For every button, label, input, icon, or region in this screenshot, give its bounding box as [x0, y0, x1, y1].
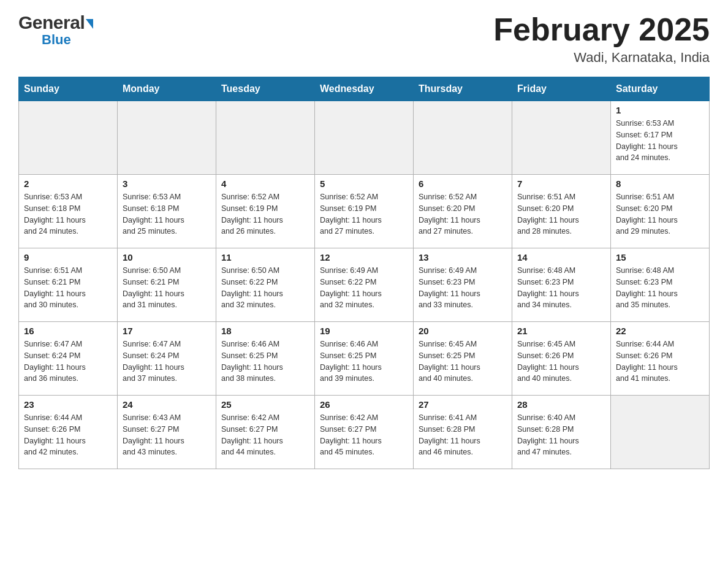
day-info: Sunrise: 6:51 AM Sunset: 6:20 PM Dayligh… — [517, 191, 605, 237]
weekday-header-sunday: Sunday — [19, 77, 118, 101]
day-info: Sunrise: 6:46 AM Sunset: 6:25 PM Dayligh… — [320, 339, 408, 385]
day-info: Sunrise: 6:50 AM Sunset: 6:21 PM Dayligh… — [123, 265, 211, 311]
calendar-cell: 9Sunrise: 6:51 AM Sunset: 6:21 PM Daylig… — [19, 248, 118, 322]
calendar-cell: 11Sunrise: 6:50 AM Sunset: 6:22 PM Dayli… — [216, 248, 315, 322]
calendar-cell — [414, 101, 512, 175]
calendar-cell: 21Sunrise: 6:45 AM Sunset: 6:26 PM Dayli… — [512, 322, 611, 396]
calendar-cell: 22Sunrise: 6:44 AM Sunset: 6:26 PM Dayli… — [611, 322, 710, 396]
calendar-cell: 20Sunrise: 6:45 AM Sunset: 6:25 PM Dayli… — [414, 322, 512, 396]
calendar-cell: 5Sunrise: 6:52 AM Sunset: 6:19 PM Daylig… — [315, 175, 414, 248]
day-number: 22 — [616, 326, 704, 336]
title-block: February 2025 Wadi, Karnataka, India — [493, 12, 710, 66]
day-info: Sunrise: 6:53 AM Sunset: 6:18 PM Dayligh… — [24, 191, 112, 237]
weekday-header-friday: Friday — [512, 77, 611, 101]
day-info: Sunrise: 6:44 AM Sunset: 6:26 PM Dayligh… — [616, 339, 704, 385]
weekday-header-wednesday: Wednesday — [315, 77, 414, 101]
calendar-week-row: 1Sunrise: 6:53 AM Sunset: 6:17 PM Daylig… — [19, 101, 710, 175]
day-info: Sunrise: 6:45 AM Sunset: 6:26 PM Dayligh… — [517, 339, 605, 385]
calendar-week-row: 23Sunrise: 6:44 AM Sunset: 6:26 PM Dayli… — [19, 396, 710, 469]
day-number: 28 — [517, 399, 605, 410]
calendar-cell: 24Sunrise: 6:43 AM Sunset: 6:27 PM Dayli… — [118, 396, 216, 469]
day-info: Sunrise: 6:44 AM Sunset: 6:26 PM Dayligh… — [24, 412, 112, 458]
calendar-cell — [216, 101, 315, 175]
calendar-cell: 14Sunrise: 6:48 AM Sunset: 6:23 PM Dayli… — [512, 248, 611, 322]
logo: General Blue — [18, 12, 93, 48]
calendar-cell — [512, 101, 611, 175]
day-number: 1 — [616, 105, 704, 115]
day-info: Sunrise: 6:41 AM Sunset: 6:28 PM Dayligh… — [419, 412, 507, 458]
day-number: 18 — [221, 326, 309, 336]
day-info: Sunrise: 6:43 AM Sunset: 6:27 PM Dayligh… — [123, 412, 211, 458]
day-info: Sunrise: 6:53 AM Sunset: 6:18 PM Dayligh… — [123, 191, 211, 237]
day-number: 6 — [419, 178, 507, 189]
calendar-cell: 25Sunrise: 6:42 AM Sunset: 6:27 PM Dayli… — [216, 396, 315, 469]
day-info: Sunrise: 6:47 AM Sunset: 6:24 PM Dayligh… — [123, 339, 211, 385]
calendar-cell: 19Sunrise: 6:46 AM Sunset: 6:25 PM Dayli… — [315, 322, 414, 396]
weekday-header-saturday: Saturday — [611, 77, 710, 101]
calendar-cell: 1Sunrise: 6:53 AM Sunset: 6:17 PM Daylig… — [611, 101, 710, 175]
month-title: February 2025 — [493, 12, 710, 47]
day-number: 15 — [616, 252, 704, 262]
calendar-cell: 18Sunrise: 6:46 AM Sunset: 6:25 PM Dayli… — [216, 322, 315, 396]
day-number: 21 — [517, 326, 605, 336]
weekday-header-tuesday: Tuesday — [216, 77, 315, 101]
day-number: 9 — [24, 252, 112, 262]
calendar-cell: 8Sunrise: 6:51 AM Sunset: 6:20 PM Daylig… — [611, 175, 710, 248]
day-info: Sunrise: 6:49 AM Sunset: 6:22 PM Dayligh… — [320, 265, 408, 311]
day-number: 5 — [320, 178, 408, 189]
calendar-cell: 13Sunrise: 6:49 AM Sunset: 6:23 PM Dayli… — [414, 248, 512, 322]
calendar-cell: 16Sunrise: 6:47 AM Sunset: 6:24 PM Dayli… — [19, 322, 118, 396]
calendar-cell: 17Sunrise: 6:47 AM Sunset: 6:24 PM Dayli… — [118, 322, 216, 396]
logo-triangle-icon — [86, 19, 93, 29]
calendar-cell: 10Sunrise: 6:50 AM Sunset: 6:21 PM Dayli… — [118, 248, 216, 322]
day-info: Sunrise: 6:52 AM Sunset: 6:20 PM Dayligh… — [419, 191, 507, 237]
day-info: Sunrise: 6:42 AM Sunset: 6:27 PM Dayligh… — [320, 412, 408, 458]
day-number: 27 — [419, 399, 507, 410]
calendar-cell: 7Sunrise: 6:51 AM Sunset: 6:20 PM Daylig… — [512, 175, 611, 248]
weekday-header-thursday: Thursday — [414, 77, 512, 101]
day-number: 10 — [123, 252, 211, 262]
calendar-header-row: SundayMondayTuesdayWednesdayThursdayFrid… — [19, 77, 710, 101]
day-number: 26 — [320, 399, 408, 410]
day-info: Sunrise: 6:42 AM Sunset: 6:27 PM Dayligh… — [221, 412, 309, 458]
day-info: Sunrise: 6:51 AM Sunset: 6:21 PM Dayligh… — [24, 265, 112, 311]
day-info: Sunrise: 6:53 AM Sunset: 6:17 PM Dayligh… — [616, 118, 704, 164]
day-number: 2 — [24, 178, 112, 189]
weekday-header-monday: Monday — [118, 77, 216, 101]
day-number: 13 — [419, 252, 507, 262]
day-info: Sunrise: 6:52 AM Sunset: 6:19 PM Dayligh… — [320, 191, 408, 237]
calendar-cell: 26Sunrise: 6:42 AM Sunset: 6:27 PM Dayli… — [315, 396, 414, 469]
location-subtitle: Wadi, Karnataka, India — [493, 50, 710, 66]
calendar-week-row: 9Sunrise: 6:51 AM Sunset: 6:21 PM Daylig… — [19, 248, 710, 322]
calendar-cell: 2Sunrise: 6:53 AM Sunset: 6:18 PM Daylig… — [19, 175, 118, 248]
day-number: 8 — [616, 178, 704, 189]
calendar-cell — [118, 101, 216, 175]
day-number: 16 — [24, 326, 112, 336]
calendar-cell — [19, 101, 118, 175]
calendar-cell: 12Sunrise: 6:49 AM Sunset: 6:22 PM Dayli… — [315, 248, 414, 322]
day-info: Sunrise: 6:40 AM Sunset: 6:28 PM Dayligh… — [517, 412, 605, 458]
calendar-cell — [611, 396, 710, 469]
day-info: Sunrise: 6:46 AM Sunset: 6:25 PM Dayligh… — [221, 339, 309, 385]
page-header: General Blue February 2025 Wadi, Karnata… — [18, 12, 710, 66]
day-number: 23 — [24, 399, 112, 410]
day-info: Sunrise: 6:52 AM Sunset: 6:19 PM Dayligh… — [221, 191, 309, 237]
calendar-cell: 23Sunrise: 6:44 AM Sunset: 6:26 PM Dayli… — [19, 396, 118, 469]
day-number: 12 — [320, 252, 408, 262]
day-number: 14 — [517, 252, 605, 262]
day-number: 17 — [123, 326, 211, 336]
day-info: Sunrise: 6:49 AM Sunset: 6:23 PM Dayligh… — [419, 265, 507, 311]
day-number: 19 — [320, 326, 408, 336]
logo-general-text: General — [18, 12, 85, 33]
day-info: Sunrise: 6:45 AM Sunset: 6:25 PM Dayligh… — [419, 339, 507, 385]
day-number: 20 — [419, 326, 507, 336]
day-info: Sunrise: 6:48 AM Sunset: 6:23 PM Dayligh… — [517, 265, 605, 311]
calendar-week-row: 2Sunrise: 6:53 AM Sunset: 6:18 PM Daylig… — [19, 175, 710, 248]
calendar-cell: 3Sunrise: 6:53 AM Sunset: 6:18 PM Daylig… — [118, 175, 216, 248]
day-number: 24 — [123, 399, 211, 410]
calendar-week-row: 16Sunrise: 6:47 AM Sunset: 6:24 PM Dayli… — [19, 322, 710, 396]
day-number: 7 — [517, 178, 605, 189]
day-number: 4 — [221, 178, 309, 189]
day-info: Sunrise: 6:47 AM Sunset: 6:24 PM Dayligh… — [24, 339, 112, 385]
calendar-cell: 27Sunrise: 6:41 AM Sunset: 6:28 PM Dayli… — [414, 396, 512, 469]
